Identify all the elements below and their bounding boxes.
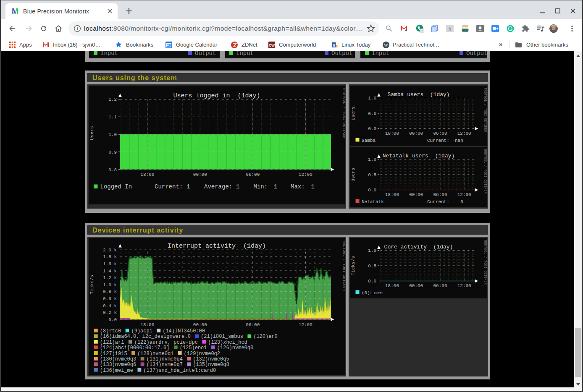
svg-text:12:00: 12:00 xyxy=(457,131,471,136)
svg-text:0.5: 0.5 xyxy=(368,111,376,116)
svg-text:28: 28 xyxy=(167,44,171,47)
svg-text:RRDTOOL / TOBI OETIKER: RRDTOOL / TOBI OETIKER xyxy=(483,88,487,132)
svg-text:(125)eno1: (125)eno1 xyxy=(180,345,207,351)
svg-text:?: ? xyxy=(421,29,423,33)
svg-text:(124)ahci[0000:00:17.0]: (124)ahci[0000:00:17.0] xyxy=(100,345,170,351)
svg-text:(122)aerdrv, pcie-dpc: (122)aerdrv, pcie-dpc xyxy=(134,340,198,345)
svg-text:0.9: 0.9 xyxy=(108,150,117,155)
svg-text:CW: CW xyxy=(269,43,275,47)
svg-text:lt: lt xyxy=(333,43,335,47)
svg-text:RRDTOOL / TOBI OETIKER: RRDTOOL / TOBI OETIKER xyxy=(483,149,487,193)
svg-text:(121)ar1: (121)ar1 xyxy=(100,340,124,345)
svg-text:1: 1 xyxy=(311,183,315,190)
svg-text:06:00: 06:00 xyxy=(433,283,447,288)
svg-text:Netatalk users (1day): Netatalk users (1day) xyxy=(383,153,455,159)
svg-text:1: 1 xyxy=(186,183,190,190)
svg-text:0.0: 0.0 xyxy=(108,317,117,322)
svg-text:1.8 k: 1.8 k xyxy=(103,254,117,259)
svg-text:12:00: 12:00 xyxy=(457,192,471,197)
svg-text:Netatalk: Netatalk xyxy=(362,199,384,204)
svg-text:0.8 k: 0.8 k xyxy=(103,289,117,294)
svg-text:Average:: Average: xyxy=(204,183,232,190)
svg-text:Users: Users xyxy=(351,106,356,120)
svg-text:18:00: 18:00 xyxy=(140,172,154,177)
svg-text:1.1: 1.1 xyxy=(108,115,117,120)
svg-text:00:00: 00:00 xyxy=(409,192,423,197)
svg-text:Users: Users xyxy=(89,126,95,140)
svg-text:00:00: 00:00 xyxy=(193,322,207,327)
svg-text:(21)i801_smbus: (21)i801_smbus xyxy=(201,334,243,340)
svg-text:1.0: 1.0 xyxy=(368,96,376,101)
svg-text:Users: Users xyxy=(351,167,356,181)
svg-text:18:00: 18:00 xyxy=(385,192,399,197)
svg-text:1.6 k: 1.6 k xyxy=(103,261,117,267)
svg-text:(128)nvme0q1: (128)nvme0q1 xyxy=(137,351,173,357)
svg-text:(16)idma64.0, i2c_designware.0: (16)idma64.0, i2c_designware.0 xyxy=(100,334,191,340)
svg-text:1: 1 xyxy=(236,183,239,190)
svg-text:Core activity (1day): Core activity (1day) xyxy=(384,244,453,250)
svg-text:RRDTOOL / TOBI OETIKER: RRDTOOL / TOBI OETIKER xyxy=(342,88,345,139)
svg-text:Max:: Max: xyxy=(291,183,305,190)
svg-text:RRDTOOL / TOBI OETIKER: RRDTOOL / TOBI OETIKER xyxy=(342,240,345,291)
svg-text:(133)nvme0q6: (133)nvme0q6 xyxy=(100,362,136,368)
svg-text:1.2: 1.2 xyxy=(108,97,117,102)
svg-text:1.0: 1.0 xyxy=(368,248,376,253)
svg-text:Ticks/s: Ticks/s xyxy=(89,275,95,294)
svg-text:12:00: 12:00 xyxy=(299,322,313,327)
svg-text:06:00: 06:00 xyxy=(246,172,260,177)
svg-text:06:00: 06:00 xyxy=(433,131,447,136)
svg-text:Samba users (1day): Samba users (1day) xyxy=(387,91,449,98)
svg-text:(137)snd_hda_intel:card0: (137)snd_hda_intel:card0 xyxy=(143,368,216,374)
svg-text:RRDTOOL / TOBI OETIKER: RRDTOOL / TOBI OETIKER xyxy=(483,240,487,285)
svg-text:Current: -nan: Current: -nan xyxy=(427,138,463,143)
svg-text:(131)nvme0q4: (131)nvme0q4 xyxy=(147,356,183,362)
svg-text:1.0 k: 1.0 k xyxy=(103,282,117,287)
svg-text:0.2 k: 0.2 k xyxy=(103,310,117,315)
svg-text:Logged In: Logged In xyxy=(100,183,132,190)
svg-text:Samba: Samba xyxy=(362,138,376,143)
svg-text:(14)INT3450:00: (14)INT3450:00 xyxy=(163,328,205,334)
svg-text:Current:: Current: xyxy=(155,183,183,190)
svg-text:0.5: 0.5 xyxy=(368,172,376,178)
svg-text:(130)nvme0q3: (130)nvme0q3 xyxy=(100,356,136,362)
svg-text:0.4 k: 0.4 k xyxy=(103,303,117,308)
svg-text:1.4 k: 1.4 k xyxy=(103,269,117,274)
svg-text:1: 1 xyxy=(274,183,277,190)
svg-text:0.6 k: 0.6 k xyxy=(103,296,117,301)
svg-text:(127)i915: (127)i915 xyxy=(100,351,127,357)
svg-text:00:00: 00:00 xyxy=(409,131,423,136)
svg-text:(9)acpi: (9)acpi xyxy=(131,328,152,334)
svg-text:(134)nvme0q7: (134)nvme0q7 xyxy=(147,362,183,368)
svg-text:h: h xyxy=(449,26,452,32)
svg-text:(123)xhci_hcd: (123)xhci_hcd xyxy=(208,340,247,345)
svg-text:00:00: 00:00 xyxy=(409,283,423,288)
svg-text:(132)nvme0q5: (132)nvme0q5 xyxy=(193,356,229,362)
svg-text:12:00: 12:00 xyxy=(299,172,313,177)
svg-text:00:00: 00:00 xyxy=(193,172,207,177)
svg-text:06:00: 06:00 xyxy=(433,192,447,197)
svg-text:(0)timer: (0)timer xyxy=(362,290,384,295)
svg-text:18:00: 18:00 xyxy=(385,283,399,288)
svg-text:Min:: Min: xyxy=(254,183,268,190)
svg-text:W: W xyxy=(384,43,388,47)
svg-text:0.0: 0.0 xyxy=(368,279,376,284)
svg-text:0.0: 0.0 xyxy=(368,188,376,193)
svg-text:(135)nvme0q8: (135)nvme0q8 xyxy=(193,362,229,368)
svg-text:0.8: 0.8 xyxy=(108,167,117,172)
svg-text:18:00: 18:00 xyxy=(385,131,399,136)
svg-text:1.2 k: 1.2 k xyxy=(103,275,117,280)
svg-text:(120)ar0: (120)ar0 xyxy=(253,334,278,340)
svg-text:Interrupt activity (1day): Interrupt activity (1day) xyxy=(168,243,266,250)
svg-text:(126)nvme0q0: (126)nvme0q0 xyxy=(217,345,253,351)
svg-text:18:00: 18:00 xyxy=(140,322,154,327)
svg-text:1.0: 1.0 xyxy=(368,157,376,162)
svg-text:M: M xyxy=(12,7,18,15)
svg-text:(136)mei_me: (136)mei_me xyxy=(100,368,133,374)
svg-text:06:00: 06:00 xyxy=(246,322,260,327)
svg-text:(129)nvme0q2: (129)nvme0q2 xyxy=(184,351,220,357)
svg-text:Users logged in (1day): Users logged in (1day) xyxy=(173,92,260,99)
svg-text:Ticks/s: Ticks/s xyxy=(351,256,356,275)
svg-text:(8)rtc0: (8)rtc0 xyxy=(100,328,121,334)
svg-text:0.0: 0.0 xyxy=(368,126,376,131)
svg-text:0.5: 0.5 xyxy=(368,264,376,269)
